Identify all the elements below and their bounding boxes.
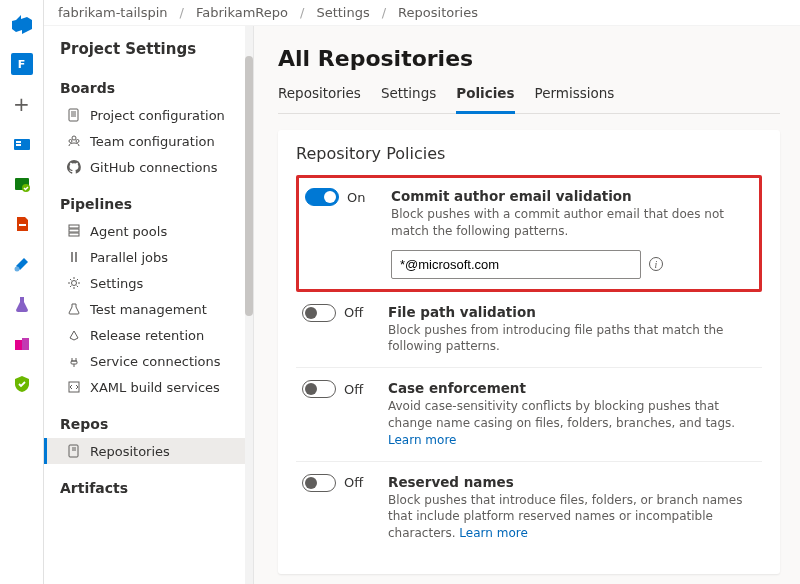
tab-permissions[interactable]: Permissions [535, 79, 615, 113]
sidebar-section-repos: Repos [44, 406, 253, 438]
svg-rect-9 [69, 109, 78, 121]
project-tile[interactable]: F [0, 44, 44, 84]
lab-icon[interactable] [0, 284, 44, 324]
toggle-state-label: On [347, 190, 365, 205]
pattern-input[interactable] [391, 250, 641, 279]
sidebar-scrollbar-track[interactable] [245, 26, 253, 584]
svg-rect-14 [69, 229, 79, 232]
page-title: All Repositories [278, 46, 780, 71]
sidebar-item-settings[interactable]: Settings [44, 270, 253, 296]
svg-point-16 [72, 281, 77, 286]
settings-sidebar: Project Settings Boards Project configur… [44, 26, 254, 584]
sidebar-item-label: Release retention [90, 328, 204, 343]
tab-settings[interactable]: Settings [381, 79, 436, 113]
pipelines-icon[interactable] [0, 244, 44, 284]
test-plans-icon[interactable] [0, 164, 44, 204]
svg-rect-2 [16, 144, 21, 146]
sidebar-item-xaml[interactable]: XAML build services [44, 374, 253, 400]
policy-case-enforcement: Off Case enforcement Avoid case-sensitiv… [296, 368, 762, 460]
sidebar-item-label: Settings [90, 276, 143, 291]
svg-point-6 [14, 267, 19, 272]
sidebar-title: Project Settings [44, 36, 253, 70]
info-icon[interactable]: i [649, 257, 663, 271]
tab-policies[interactable]: Policies [456, 79, 514, 114]
tab-bar: Repositories Settings Policies Permissio… [278, 79, 780, 114]
repos-icon[interactable] [0, 204, 44, 244]
repo-doc-icon [66, 443, 82, 459]
svg-rect-17 [71, 361, 77, 364]
policy-desc: Avoid case-sensitivity conflicts by bloc… [388, 398, 756, 448]
sidebar-section-artifacts: Artifacts [44, 470, 253, 502]
policy-commit-author-email: On Commit author email validation Block … [296, 175, 762, 292]
svg-rect-8 [22, 338, 29, 350]
policy-desc: Block pushes from introducing file paths… [388, 322, 756, 356]
parallel-icon [66, 249, 82, 265]
svg-rect-13 [69, 225, 79, 228]
sidebar-item-github[interactable]: GitHub connections [44, 154, 253, 180]
svg-rect-1 [16, 141, 21, 143]
sidebar-item-repositories[interactable]: Repositories [44, 438, 253, 464]
policy-reserved-names: Off Reserved names Block pushes that int… [296, 462, 762, 554]
sidebar-scrollbar-thumb[interactable] [245, 56, 253, 316]
sidebar-item-project-config[interactable]: Project configuration [44, 102, 253, 128]
breadcrumb-leaf[interactable]: Repositories [398, 5, 478, 20]
gear-icon [66, 275, 82, 291]
toggle-state-label: Off [344, 305, 363, 320]
policy-title: File path validation [388, 304, 756, 320]
breadcrumb-org[interactable]: fabrikam-tailspin [58, 5, 168, 20]
breadcrumb-repo[interactable]: FabrikamRepo [196, 5, 288, 20]
boards-icon[interactable] [0, 124, 44, 164]
sidebar-item-label: Team configuration [90, 134, 215, 149]
policy-desc: Block pushes that introduce files, folde… [388, 492, 756, 542]
policy-title: Reserved names [388, 474, 756, 490]
breadcrumb-settings[interactable]: Settings [316, 5, 369, 20]
sidebar-item-test-mgmt[interactable]: Test management [44, 296, 253, 322]
compliance-icon[interactable] [0, 364, 44, 404]
policy-file-path-validation: Off File path validation Block pushes fr… [296, 292, 762, 368]
sidebar-item-label: Agent pools [90, 224, 167, 239]
sidebar-item-label: Parallel jobs [90, 250, 168, 265]
doc-icon [66, 107, 82, 123]
learn-more-link[interactable]: Learn more [459, 526, 527, 540]
sidebar-item-team-config[interactable]: Team configuration [44, 128, 253, 154]
policy-title: Commit author email validation [391, 188, 753, 204]
sidebar-item-label: Test management [90, 302, 207, 317]
icon-rail: F + [0, 0, 44, 584]
add-button[interactable]: + [0, 84, 44, 124]
learn-more-link[interactable]: Learn more [388, 433, 456, 447]
policy-title: Case enforcement [388, 380, 756, 396]
card-title: Repository Policies [296, 144, 762, 163]
servers-icon [66, 223, 82, 239]
breadcrumb: fabrikam-tailspin/ FabrikamRepo/ Setting… [44, 0, 800, 26]
toggle-file-path[interactable] [302, 304, 336, 322]
toggle-reserved-names[interactable] [302, 474, 336, 492]
rocket-small-icon [66, 327, 82, 343]
toggle-state-label: Off [344, 382, 363, 397]
artifacts-icon[interactable] [0, 324, 44, 364]
azure-devops-logo[interactable] [0, 4, 44, 44]
toggle-case-enforcement[interactable] [302, 380, 336, 398]
sidebar-item-release-retention[interactable]: Release retention [44, 322, 253, 348]
sidebar-item-agent-pools[interactable]: Agent pools [44, 218, 253, 244]
toggle-state-label: Off [344, 475, 363, 490]
svg-point-10 [72, 136, 76, 140]
github-icon [66, 159, 82, 175]
svg-rect-15 [69, 233, 79, 236]
repository-policies-card: Repository Policies On Commit author ema… [278, 130, 780, 574]
svg-rect-7 [15, 340, 22, 350]
sidebar-item-service-conn[interactable]: Service connections [44, 348, 253, 374]
sidebar-section-pipelines: Pipelines [44, 186, 253, 218]
flask-small-icon [66, 301, 82, 317]
sidebar-item-label: GitHub connections [90, 160, 218, 175]
sidebar-item-label: Project configuration [90, 108, 225, 123]
toggle-commit-author-email[interactable] [305, 188, 339, 206]
plug-icon [66, 353, 82, 369]
policy-desc: Block pushes with a commit author email … [391, 206, 753, 240]
tab-repositories[interactable]: Repositories [278, 79, 361, 113]
sidebar-item-label: Service connections [90, 354, 221, 369]
sidebar-item-parallel-jobs[interactable]: Parallel jobs [44, 244, 253, 270]
sidebar-item-label: XAML build services [90, 380, 220, 395]
svg-rect-5 [19, 224, 26, 226]
team-icon [66, 133, 82, 149]
svg-point-11 [69, 140, 72, 143]
